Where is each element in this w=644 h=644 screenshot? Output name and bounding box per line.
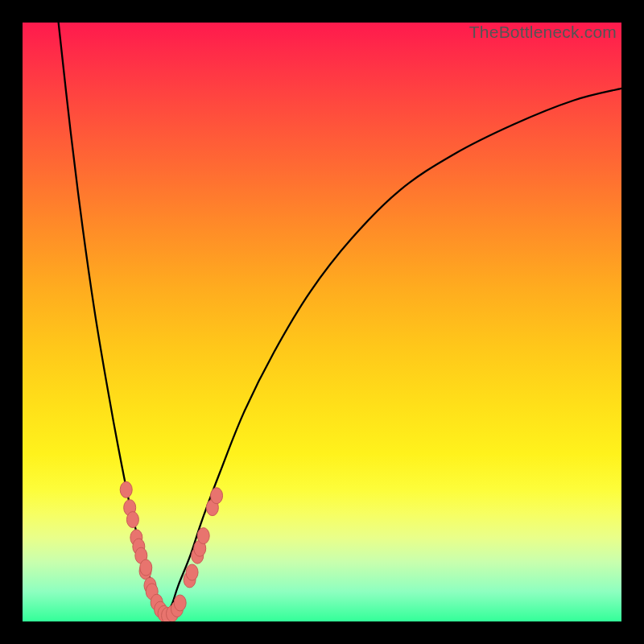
- chart-svg: [23, 23, 621, 621]
- data-marker: [197, 528, 209, 544]
- curve-group: [59, 23, 621, 616]
- data-marker: [174, 595, 186, 611]
- bottleneck-curve-right: [167, 89, 621, 616]
- data-marker: [140, 559, 152, 576]
- chart-frame: TheBottleneck.com: [0, 0, 644, 644]
- marker-group: [120, 481, 222, 621]
- data-marker: [211, 488, 223, 504]
- data-marker: [186, 564, 198, 580]
- plot-area: TheBottleneck.com: [23, 23, 621, 621]
- data-marker: [126, 512, 138, 528]
- data-marker: [120, 481, 132, 497]
- bottleneck-curve-left: [59, 23, 167, 616]
